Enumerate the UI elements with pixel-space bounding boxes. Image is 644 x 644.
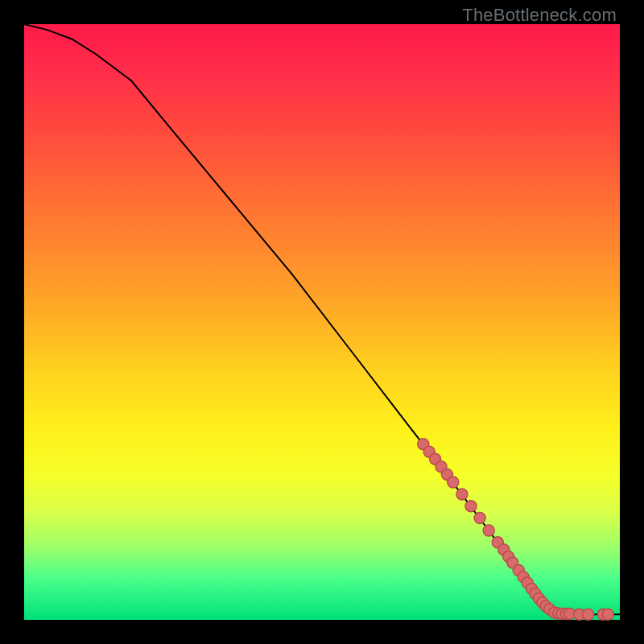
chart-overlay: [24, 24, 620, 620]
data-point: [474, 513, 485, 524]
watermark-text: TheBottleneck.com: [462, 5, 617, 26]
bottleneck-curve: [24, 24, 620, 614]
data-point: [583, 609, 594, 620]
data-point: [456, 489, 468, 500]
chart-frame: TheBottleneck.com: [0, 0, 644, 644]
plot-area: [24, 24, 620, 620]
data-point: [448, 477, 459, 488]
data-point: [483, 525, 494, 536]
data-point: [602, 609, 613, 620]
data-point: [465, 501, 477, 512]
data-points: [418, 439, 613, 621]
